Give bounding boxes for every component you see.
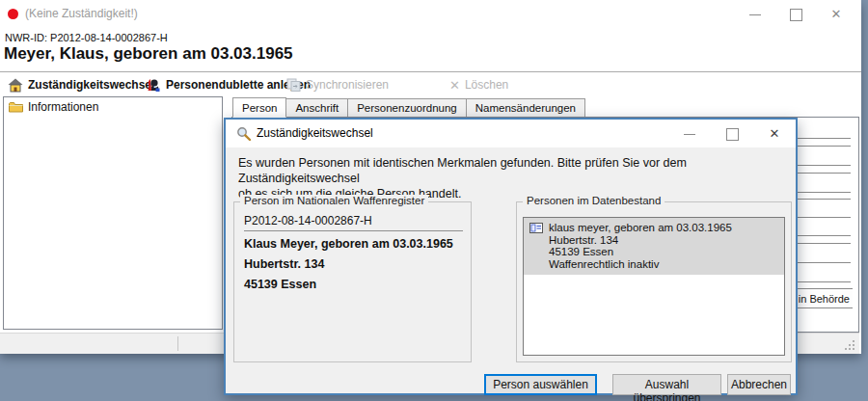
tab-personenzuordnung[interactable]: Personenzuordnung: [348, 98, 467, 118]
zustaendigkeitswechsel-dialog: Zuständigkeitswechsel ✕ Es wurden Person…: [224, 118, 798, 395]
tab-anschrift[interactable]: Anschrift: [286, 98, 348, 118]
person-tabs: Person Anschrift Personenzuordnung Namen…: [232, 98, 585, 118]
delete-x-icon: ✕: [449, 78, 460, 93]
dialog-close-button[interactable]: ✕: [767, 126, 782, 142]
close-button[interactable]: ✕: [828, 7, 844, 22]
main-titlebar: (Keine Zuständigkeit!) ✕: [0, 0, 861, 29]
person-list-item[interactable]: klaus meyer, geboren am 03.03.1965 Huber…: [524, 218, 784, 275]
list-item-name: klaus meyer, geboren am 03.03.1965: [549, 222, 732, 234]
resize-grip[interactable]: [843, 338, 855, 351]
person-duplicate-icon: [147, 78, 161, 93]
header-separator: [0, 71, 861, 72]
magnifier-icon: [236, 126, 252, 142]
dialog-maximize-button[interactable]: [724, 126, 740, 142]
list-item-status: Waffenrechtlich inaktiv: [549, 258, 732, 271]
nwr-id-underline: [244, 230, 463, 231]
person-card-icon: [529, 223, 543, 233]
toolbar-zustaendigkeitswechsel-button[interactable]: Zuständigkeitswechsel: [8, 75, 154, 94]
nwr-person-city: 45139 Essen: [244, 278, 316, 291]
tree-item-label: Informationen: [28, 100, 98, 114]
maximize-button[interactable]: [788, 7, 803, 22]
list-item-city: 45139 Essen: [549, 246, 732, 258]
home-icon: [8, 78, 23, 93]
datenbestand-groupbox-label: Personen im Datenbestand: [523, 195, 665, 206]
minimize-button[interactable]: [747, 7, 763, 22]
dialog-titlebar: Zuständigkeitswechsel ✕: [226, 120, 796, 147]
dialog-title: Zuständigkeitswechsel: [257, 126, 373, 140]
dialog-message-line1: Es wurden Personen mit identischen Merkm…: [238, 155, 796, 186]
sync-icon: [286, 78, 301, 92]
datenbestand-groupbox: Personen im Datenbestand klaus meyer, ge…: [516, 201, 792, 362]
toolbar-synchronisieren-button: Synchronisieren: [286, 75, 389, 94]
person-heading: Meyer, Klaus, geboren am 03.03.1965: [4, 44, 293, 64]
information-tree-panel: Informationen: [3, 96, 223, 330]
toolbar-item-label: Löschen: [465, 78, 508, 92]
matching-persons-listbox[interactable]: klaus meyer, geboren am 03.03.1965 Huber…: [523, 217, 785, 356]
toolbar-loeschen-button: ✕ Löschen: [449, 75, 508, 94]
nwr-person-street: Hubertstr. 134: [244, 257, 324, 271]
dialog-minimize-button[interactable]: [682, 126, 697, 142]
main-window-title: (Keine Zuständigkeit!): [25, 7, 138, 20]
alert-red-dot-icon: [8, 9, 18, 19]
nwr-id-label: NWR-ID: P2012-08-14-0002867-H: [5, 32, 168, 43]
nwr-groupbox-label: Person im Nationalen Waffenregister: [240, 195, 428, 206]
toolbar: Zuständigkeitswechsel Personendublette a…: [0, 73, 861, 97]
toolbar-item-label: Synchronisieren: [306, 78, 389, 92]
abbrechen-button[interactable]: Abbrechen: [727, 374, 791, 395]
person-auswaehlen-button[interactable]: Person auswählen: [484, 374, 597, 395]
nwr-person-name: Klaus Meyer, geboren am 03.03.1965: [244, 237, 453, 251]
list-item-street: Hubertstr. 134: [549, 234, 732, 247]
nwr-person-groupbox: Person im Nationalen Waffenregister P201…: [233, 201, 472, 362]
tab-namensaenderungen[interactable]: Namensänderungen: [467, 98, 585, 118]
status-bar-divider: [177, 336, 178, 351]
folder-icon: [9, 101, 23, 113]
tree-item-informationen[interactable]: Informationen: [4, 97, 222, 114]
tab-person[interactable]: Person: [232, 97, 286, 118]
nwr-person-id: P2012-08-14-0002867-H: [244, 214, 372, 227]
auswahl-ueberspringen-button[interactable]: Auswahl überspringen: [612, 374, 721, 395]
toolbar-item-label: Zuständigkeitswechsel: [28, 78, 154, 92]
